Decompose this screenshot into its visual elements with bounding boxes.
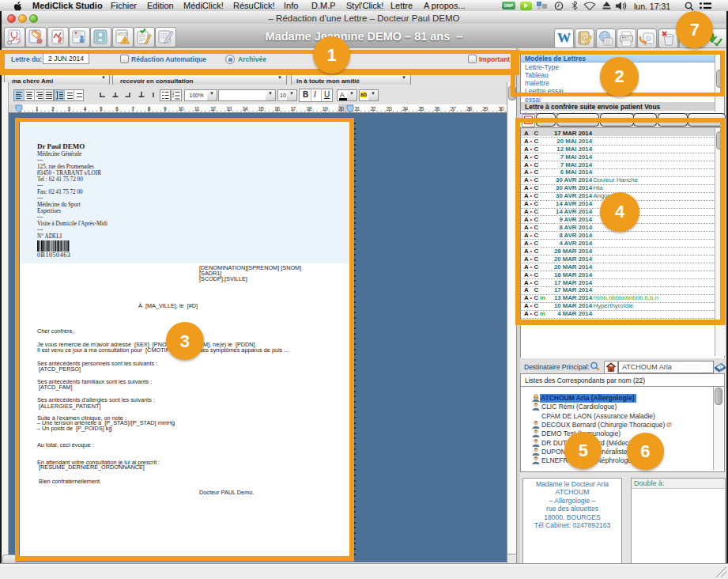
svg-text:8: 8 [148,106,151,112]
svg-text:30: 30 [498,106,504,112]
svg-text:9: 9 [164,106,167,112]
svg-text:21: 21 [354,106,360,112]
svg-text:26: 26 [434,106,440,112]
svg-text:ATCD: ATCD [117,32,128,36]
svg-text:27: 27 [451,106,457,112]
svg-text:22: 22 [370,106,376,112]
svg-text:28: 28 [466,106,473,112]
svg-text:13: 13 [226,106,232,112]
svg-text:G: G [582,34,587,42]
svg-text:10: 10 [178,106,184,112]
svg-text:3: 3 [67,106,70,112]
svg-text:6: 6 [115,106,119,112]
svg-text:20: 20 [338,106,345,112]
svg-text:17: 17 [290,106,296,112]
svg-text:18: 18 [306,106,312,112]
svg-text:24: 24 [402,106,409,112]
svg-text:1: 1 [36,106,39,112]
svg-text:15: 15 [258,106,265,112]
svg-text:11: 11 [194,106,200,112]
svg-text:23: 23 [387,106,393,112]
svg-text:!: ! [123,39,125,44]
svg-text:16: 16 [274,106,281,112]
svg-text:25: 25 [418,106,424,112]
svg-text:29: 29 [482,106,488,112]
svg-text:7: 7 [131,106,134,112]
svg-text:5: 5 [100,106,103,112]
svg-text:2: 2 [51,106,55,112]
svg-text:12: 12 [210,106,217,112]
svg-text:4: 4 [84,106,87,112]
svg-text:14: 14 [242,106,248,112]
svg-text:19: 19 [323,106,329,112]
